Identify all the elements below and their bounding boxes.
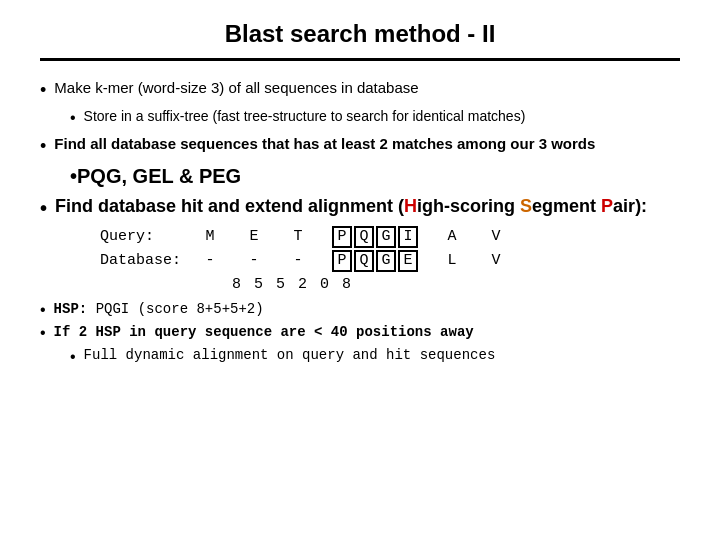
db-space4 [420, 250, 440, 272]
query-space3 [310, 226, 330, 248]
database-chars: - - - P Q G E L V [200, 250, 506, 272]
db-space3 [310, 250, 330, 272]
query-row: Query: M E T P Q G I A V [100, 226, 680, 248]
full-dot: • [70, 347, 76, 368]
query-space2 [266, 226, 286, 248]
pqg-text: PQG, GEL & PEG [77, 165, 241, 188]
db-space1 [222, 250, 242, 272]
bullet-suffix-text: Store in a suffix-tree (fast tree-struct… [84, 108, 526, 124]
if-text: If 2 HSP in query sequence are < 40 posi… [54, 324, 474, 340]
db-space2 [266, 250, 286, 272]
query-g: G [376, 226, 396, 248]
query-q: Q [354, 226, 374, 248]
bullet-find-seqs: • Find all database sequences that has a… [40, 135, 680, 158]
query-space1 [222, 226, 242, 248]
hsp-s: S [520, 196, 532, 216]
db-dash2: - [244, 250, 264, 272]
hsp-label: HSP: [54, 301, 88, 317]
db-space5 [464, 250, 484, 272]
query-label: Query: [100, 228, 200, 245]
bullet-dot-3: • [40, 135, 46, 158]
find-hsp-text: Find database hit and extend alignment (… [55, 196, 647, 217]
query-i: I [398, 226, 418, 248]
db-dash3: - [288, 250, 308, 272]
db-g: G [376, 250, 396, 272]
bullet-find-text: Find all database sequences that has at … [54, 135, 595, 152]
hsp-h: H [404, 196, 417, 216]
query-p: P [332, 226, 352, 248]
db-v: V [486, 250, 506, 272]
database-label: Database: [100, 252, 200, 269]
bullet-suffix-tree: • Store in a suffix-tree (fast tree-stru… [70, 108, 680, 129]
query-e: E [244, 226, 264, 248]
hsp-result-text: HSP: PQGI (score 8+5+5+2) [54, 301, 264, 317]
score-values: 8 5 5 2 0 8 [232, 276, 353, 293]
bullet-dot-2: • [70, 108, 76, 129]
score-row: 8 5 5 2 0 8 [232, 276, 680, 293]
db-e: E [398, 250, 418, 272]
hsp-value: PQGI (score 8+5+5+2) [96, 301, 264, 317]
slide-title: Blast search method - II [40, 20, 680, 48]
title-divider [40, 58, 680, 61]
db-p: P [332, 250, 352, 272]
full-text: Full dynamic alignment on query and hit … [84, 347, 496, 363]
find-hsp-dot: • [40, 196, 47, 220]
bullet-dot-1: • [40, 79, 46, 102]
bullet-kmer-text: Make k-mer (word-size 3) of all sequence… [54, 79, 418, 96]
hsp-result-bullet: • HSP: PQGI (score 8+5+5+2) [40, 301, 680, 319]
db-dash1: - [200, 250, 220, 272]
find-hsp-bullet: • Find database hit and extend alignment… [40, 196, 680, 220]
query-m: M [200, 226, 220, 248]
query-t: T [288, 226, 308, 248]
if-bullet: • If 2 HSP in query sequence are < 40 po… [40, 324, 680, 342]
db-q: Q [354, 250, 374, 272]
if-dot: • [40, 324, 46, 342]
query-a: A [442, 226, 462, 248]
hsp-p: P [601, 196, 613, 216]
db-l: L [442, 250, 462, 272]
pqg-line: • PQG, GEL & PEG [70, 165, 680, 188]
query-space5 [464, 226, 484, 248]
pqg-dot: • [70, 165, 77, 188]
query-space4 [420, 226, 440, 248]
query-v: V [486, 226, 506, 248]
query-chars: M E T P Q G I A V [200, 226, 506, 248]
hsp-dot: • [40, 301, 46, 319]
bullet-kmer: • Make k-mer (word-size 3) of all sequen… [40, 79, 680, 102]
full-dynamic-bullet: • Full dynamic alignment on query and hi… [70, 347, 680, 368]
database-row: Database: - - - P Q G E L V [100, 250, 680, 272]
slide: Blast search method - II • Make k-mer (w… [0, 0, 720, 540]
